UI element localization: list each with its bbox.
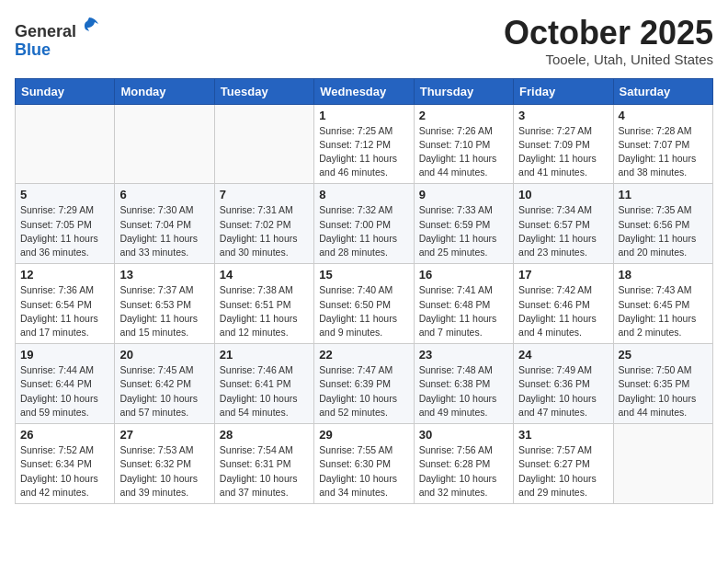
month-title: October 2025 bbox=[504, 15, 713, 52]
day-info: Sunrise: 7:30 AM Sunset: 7:04 PM Dayligh… bbox=[119, 203, 209, 259]
day-number: 27 bbox=[119, 428, 209, 442]
day-cell bbox=[214, 104, 313, 184]
day-cell: 31Sunrise: 7:57 AM Sunset: 6:27 PM Dayli… bbox=[514, 424, 613, 504]
day-number: 1 bbox=[319, 109, 408, 122]
day-number: 26 bbox=[20, 428, 109, 442]
day-info: Sunrise: 7:26 AM Sunset: 7:10 PM Dayligh… bbox=[419, 124, 508, 180]
day-info: Sunrise: 7:31 AM Sunset: 7:02 PM Dayligh… bbox=[220, 203, 309, 259]
day-info: Sunrise: 7:29 AM Sunset: 7:05 PM Dayligh… bbox=[20, 203, 109, 259]
day-info: Sunrise: 7:47 AM Sunset: 6:39 PM Dayligh… bbox=[319, 363, 408, 419]
day-cell: 19Sunrise: 7:44 AM Sunset: 6:44 PM Dayli… bbox=[16, 344, 115, 424]
day-cell: 1Sunrise: 7:25 AM Sunset: 7:12 PM Daylig… bbox=[314, 104, 414, 184]
day-cell: 29Sunrise: 7:55 AM Sunset: 6:30 PM Dayli… bbox=[314, 424, 414, 504]
day-cell: 14Sunrise: 7:38 AM Sunset: 6:51 PM Dayli… bbox=[214, 264, 313, 344]
day-cell bbox=[613, 424, 712, 504]
weekday-header-row: SundayMondayTuesdayWednesdayThursdayFrid… bbox=[16, 78, 713, 104]
day-info: Sunrise: 7:49 AM Sunset: 6:36 PM Dayligh… bbox=[518, 363, 608, 419]
day-number: 22 bbox=[319, 348, 408, 362]
day-info: Sunrise: 7:35 AM Sunset: 6:56 PM Dayligh… bbox=[619, 203, 708, 259]
day-number: 9 bbox=[419, 188, 508, 201]
day-number: 25 bbox=[619, 348, 708, 362]
week-row-1: 5Sunrise: 7:29 AM Sunset: 7:05 PM Daylig… bbox=[16, 184, 713, 264]
day-number: 14 bbox=[220, 268, 309, 282]
day-info: Sunrise: 7:25 AM Sunset: 7:12 PM Dayligh… bbox=[319, 124, 408, 180]
day-info: Sunrise: 7:44 AM Sunset: 6:44 PM Dayligh… bbox=[20, 363, 109, 419]
weekday-header-thursday: Thursday bbox=[414, 78, 513, 104]
day-number: 3 bbox=[518, 109, 608, 122]
week-row-3: 19Sunrise: 7:44 AM Sunset: 6:44 PM Dayli… bbox=[16, 344, 713, 424]
day-number: 23 bbox=[419, 348, 508, 362]
location-subtitle: Tooele, Utah, United States bbox=[504, 52, 713, 67]
logo-bird-icon bbox=[78, 15, 100, 37]
day-info: Sunrise: 7:42 AM Sunset: 6:46 PM Dayligh… bbox=[518, 283, 608, 339]
day-number: 13 bbox=[119, 268, 209, 282]
day-cell: 23Sunrise: 7:48 AM Sunset: 6:38 PM Dayli… bbox=[414, 344, 513, 424]
day-info: Sunrise: 7:33 AM Sunset: 6:59 PM Dayligh… bbox=[419, 203, 508, 259]
day-info: Sunrise: 7:36 AM Sunset: 6:54 PM Dayligh… bbox=[20, 283, 109, 339]
calendar-body: 1Sunrise: 7:25 AM Sunset: 7:12 PM Daylig… bbox=[16, 104, 713, 503]
logo: General Blue bbox=[15, 15, 100, 60]
day-cell: 4Sunrise: 7:28 AM Sunset: 7:07 PM Daylig… bbox=[613, 104, 712, 184]
weekday-header-tuesday: Tuesday bbox=[214, 78, 313, 104]
day-cell: 25Sunrise: 7:50 AM Sunset: 6:35 PM Dayli… bbox=[613, 344, 712, 424]
day-number: 12 bbox=[20, 268, 109, 282]
day-cell: 13Sunrise: 7:37 AM Sunset: 6:53 PM Dayli… bbox=[115, 264, 214, 344]
day-info: Sunrise: 7:34 AM Sunset: 6:57 PM Dayligh… bbox=[518, 203, 608, 259]
title-block: October 2025 Tooele, Utah, United States bbox=[504, 15, 713, 67]
day-info: Sunrise: 7:40 AM Sunset: 6:50 PM Dayligh… bbox=[319, 283, 408, 339]
day-cell: 22Sunrise: 7:47 AM Sunset: 6:39 PM Dayli… bbox=[314, 344, 414, 424]
day-cell: 20Sunrise: 7:45 AM Sunset: 6:42 PM Dayli… bbox=[115, 344, 214, 424]
day-number: 2 bbox=[419, 109, 508, 122]
day-info: Sunrise: 7:57 AM Sunset: 6:27 PM Dayligh… bbox=[518, 443, 608, 500]
day-cell bbox=[16, 104, 115, 184]
day-cell: 5Sunrise: 7:29 AM Sunset: 7:05 PM Daylig… bbox=[16, 184, 115, 264]
day-cell bbox=[115, 104, 214, 184]
day-number: 11 bbox=[619, 188, 708, 201]
day-number: 16 bbox=[419, 268, 508, 282]
day-cell: 17Sunrise: 7:42 AM Sunset: 6:46 PM Dayli… bbox=[514, 264, 613, 344]
day-number: 18 bbox=[619, 268, 708, 282]
day-cell: 10Sunrise: 7:34 AM Sunset: 6:57 PM Dayli… bbox=[514, 184, 613, 264]
logo-text: General Blue bbox=[15, 15, 100, 60]
calendar-table: SundayMondayTuesdayWednesdayThursdayFrid… bbox=[15, 78, 713, 504]
day-number: 8 bbox=[319, 188, 408, 201]
day-cell: 26Sunrise: 7:52 AM Sunset: 6:34 PM Dayli… bbox=[16, 424, 115, 504]
day-cell: 30Sunrise: 7:56 AM Sunset: 6:28 PM Dayli… bbox=[414, 424, 513, 504]
day-number: 21 bbox=[220, 348, 309, 362]
day-number: 15 bbox=[319, 268, 408, 282]
day-number: 10 bbox=[518, 188, 608, 201]
day-info: Sunrise: 7:48 AM Sunset: 6:38 PM Dayligh… bbox=[419, 363, 508, 419]
day-cell: 18Sunrise: 7:43 AM Sunset: 6:45 PM Dayli… bbox=[613, 264, 712, 344]
day-number: 5 bbox=[20, 188, 109, 201]
weekday-header-sunday: Sunday bbox=[16, 78, 115, 104]
day-info: Sunrise: 7:46 AM Sunset: 6:41 PM Dayligh… bbox=[220, 363, 309, 419]
day-info: Sunrise: 7:43 AM Sunset: 6:45 PM Dayligh… bbox=[619, 283, 708, 339]
day-info: Sunrise: 7:41 AM Sunset: 6:48 PM Dayligh… bbox=[419, 283, 508, 339]
day-number: 31 bbox=[518, 428, 608, 442]
day-number: 19 bbox=[20, 348, 109, 362]
weekday-header-wednesday: Wednesday bbox=[314, 78, 414, 104]
day-number: 29 bbox=[319, 428, 408, 442]
day-info: Sunrise: 7:56 AM Sunset: 6:28 PM Dayligh… bbox=[419, 443, 508, 500]
weekday-header-friday: Friday bbox=[514, 78, 613, 104]
day-number: 17 bbox=[518, 268, 608, 282]
day-number: 7 bbox=[220, 188, 309, 201]
day-cell: 15Sunrise: 7:40 AM Sunset: 6:50 PM Dayli… bbox=[314, 264, 414, 344]
day-cell: 3Sunrise: 7:27 AM Sunset: 7:09 PM Daylig… bbox=[514, 104, 613, 184]
day-cell: 6Sunrise: 7:30 AM Sunset: 7:04 PM Daylig… bbox=[115, 184, 214, 264]
day-info: Sunrise: 7:54 AM Sunset: 6:31 PM Dayligh… bbox=[220, 443, 309, 500]
day-number: 20 bbox=[119, 348, 209, 362]
day-info: Sunrise: 7:28 AM Sunset: 7:07 PM Dayligh… bbox=[619, 124, 708, 180]
page-header: General Blue October 2025 Tooele, Utah, … bbox=[15, 15, 713, 67]
day-info: Sunrise: 7:50 AM Sunset: 6:35 PM Dayligh… bbox=[619, 363, 708, 419]
logo-blue: Blue bbox=[15, 40, 51, 59]
day-number: 24 bbox=[518, 348, 608, 362]
day-number: 6 bbox=[119, 188, 209, 201]
day-number: 28 bbox=[220, 428, 309, 442]
week-row-2: 12Sunrise: 7:36 AM Sunset: 6:54 PM Dayli… bbox=[16, 264, 713, 344]
day-info: Sunrise: 7:52 AM Sunset: 6:34 PM Dayligh… bbox=[20, 443, 109, 500]
weekday-header-saturday: Saturday bbox=[613, 78, 712, 104]
day-cell: 7Sunrise: 7:31 AM Sunset: 7:02 PM Daylig… bbox=[214, 184, 313, 264]
day-cell: 27Sunrise: 7:53 AM Sunset: 6:32 PM Dayli… bbox=[115, 424, 214, 504]
week-row-4: 26Sunrise: 7:52 AM Sunset: 6:34 PM Dayli… bbox=[16, 424, 713, 504]
